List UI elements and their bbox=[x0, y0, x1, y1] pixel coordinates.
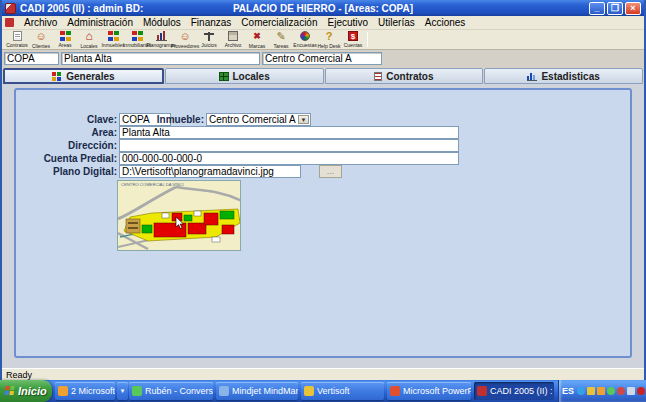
tab-label: Locales bbox=[233, 71, 270, 82]
cuenta-predial-label: Cuenta Predial: bbox=[16, 152, 117, 165]
task-vertisoft-button[interactable]: Vertisoft bbox=[301, 382, 384, 400]
menu-modulos[interactable]: Módulos bbox=[138, 16, 186, 29]
contracts-icon bbox=[13, 31, 22, 41]
taskbar-button-label: Microsoft PowerPoin... bbox=[403, 386, 471, 396]
toolbar-contratos-button[interactable]: Contratos bbox=[5, 30, 29, 49]
quick-fields-bar: COPAPlanta AltaCentro Comercial A bbox=[2, 51, 644, 67]
juicios-icon bbox=[203, 31, 216, 41]
menu-finanzas[interactable]: Finanzas bbox=[186, 16, 237, 29]
direccion-input[interactable] bbox=[119, 139, 459, 152]
area-name-field[interactable]: Planta Alta bbox=[61, 52, 260, 65]
toolbar: ContratosClientesAreasLocalesInmueblesIn… bbox=[2, 30, 644, 50]
toolbar-button-label: Encuestas bbox=[293, 42, 316, 48]
tab-contratos[interactable]: Contratos bbox=[325, 68, 484, 84]
toolbar-areas-button[interactable]: Areas bbox=[53, 30, 77, 49]
areas-icon bbox=[60, 31, 71, 41]
task-vertisoft-icon bbox=[304, 386, 314, 396]
plano-digital-input[interactable]: D:\Vertisoft\planogramadavinci.jpg bbox=[119, 165, 301, 178]
toolbar-planogramas-button[interactable]: Planogramas bbox=[149, 30, 173, 49]
minimize-button[interactable]: _ bbox=[589, 2, 605, 15]
menu-archivo[interactable]: Archivo bbox=[19, 16, 62, 29]
planogramas-icon bbox=[156, 31, 167, 41]
toolbar-help-desk-button[interactable]: Help Desk bbox=[317, 30, 341, 49]
toolbar-button-label: Proveedores bbox=[171, 43, 199, 49]
messenger-icon[interactable] bbox=[577, 387, 585, 395]
area-input[interactable]: Planta Alta bbox=[119, 126, 459, 139]
app-icon[interactable] bbox=[5, 3, 16, 14]
tab-bar: GeneralesLocalesContratosEstadisticas bbox=[2, 67, 644, 84]
task-messenger-button[interactable]: Rubén - Conversación bbox=[129, 382, 213, 400]
toolbar-button-label: Locales bbox=[80, 43, 97, 49]
menu-acciones[interactable]: Acciones bbox=[420, 16, 471, 29]
marcas-icon bbox=[251, 31, 264, 42]
tab-estadisticas[interactable]: Estadisticas bbox=[484, 68, 643, 84]
toolbar-tareas-button[interactable]: Tareas bbox=[269, 30, 293, 49]
taskbar: Inicio 2 Microsoft Office ...▾Rubén - Co… bbox=[0, 380, 646, 402]
menu-comercializacion[interactable]: Comercialización bbox=[236, 16, 322, 29]
tab-locales[interactable]: Locales bbox=[165, 68, 324, 84]
folder-icon[interactable] bbox=[587, 387, 595, 395]
toolbar-cuentas-button[interactable]: Cuentas bbox=[341, 30, 365, 49]
toolbar-button-label: Archivo bbox=[225, 42, 242, 48]
proveedores-icon bbox=[179, 31, 192, 42]
menu-administracion[interactable]: Administración bbox=[62, 16, 138, 29]
floor-plan-image[interactable]: CENTRO COMERCIAL DA VINCI bbox=[117, 180, 241, 251]
toolbar-proveedores-button[interactable]: Proveedores bbox=[173, 30, 197, 49]
window-controls: _ ❐ × bbox=[589, 2, 644, 15]
window-title-left: CADI 2005 (II) : admin BD: bbox=[20, 3, 143, 14]
browse-button[interactable]: ... bbox=[319, 165, 342, 178]
taskbar-button-label: 2 Microsoft Office ... bbox=[71, 386, 115, 396]
estadisticas-tab-icon bbox=[527, 72, 537, 81]
task-office-button[interactable]: 2 Microsoft Office ... bbox=[55, 382, 115, 400]
status-text: Ready bbox=[6, 370, 32, 380]
plano-digital-label: Plano Digital: bbox=[16, 165, 117, 178]
menu-utilerias[interactable]: Utilerías bbox=[373, 16, 420, 29]
toolbar-clientes-button[interactable]: Clientes bbox=[29, 30, 53, 49]
toolbar-locales-button[interactable]: Locales bbox=[77, 30, 101, 49]
plan-title-text: CENTRO COMERCIAL DA VINCI bbox=[121, 182, 184, 187]
restore-button[interactable]: ❐ bbox=[607, 2, 623, 15]
msn-contact-icon[interactable] bbox=[607, 387, 615, 395]
toolbar-encuestas-button[interactable]: Encuestas bbox=[293, 30, 317, 49]
task-mindmanager-button[interactable]: Mindjet MindManag... bbox=[216, 382, 298, 400]
language-indicator[interactable]: ES bbox=[562, 386, 574, 396]
toolbar-button-label: Cuentas bbox=[344, 42, 363, 48]
taskbar-button-label: CADI 2005 (II) : ad... bbox=[490, 386, 554, 396]
task-cadi-button[interactable]: CADI 2005 (II) : ad... bbox=[474, 382, 554, 400]
tab-label: Contratos bbox=[386, 71, 433, 82]
cuenta-predial-input[interactable]: 000-000-00-000-0 bbox=[119, 152, 459, 165]
display-icon[interactable] bbox=[627, 387, 635, 395]
contratos-tab-icon bbox=[374, 72, 382, 81]
tab-generales[interactable]: Generales bbox=[3, 68, 164, 84]
taskbar-button-label: Rubén - Conversación bbox=[145, 386, 213, 396]
alert-icon[interactable] bbox=[617, 387, 625, 395]
area-key-field[interactable]: COPA bbox=[4, 52, 59, 65]
start-button[interactable]: Inicio bbox=[0, 380, 52, 402]
toolbar-button-label: Contratos bbox=[6, 42, 28, 48]
task-powerpoint-icon bbox=[390, 386, 400, 396]
menu-bar: ArchivoAdministraciónMódulosFinanzasCome… bbox=[2, 16, 644, 30]
start-button-label: Inicio bbox=[18, 385, 47, 397]
office-icon[interactable] bbox=[597, 387, 605, 395]
clients-icon bbox=[35, 31, 48, 42]
task-office-icon bbox=[58, 386, 68, 396]
direccion-label: Dirección: bbox=[16, 139, 117, 152]
inmueble-select[interactable]: Centro Comercial A ▼ bbox=[206, 113, 311, 126]
tab-label: Generales bbox=[66, 71, 114, 82]
system-tray: ES 12:33 p.m. bbox=[558, 380, 646, 402]
inmueble-selected-value: Centro Comercial A bbox=[209, 114, 296, 125]
menu-ejecutivo[interactable]: Ejecutivo bbox=[322, 16, 373, 29]
archivo-icon bbox=[228, 31, 238, 41]
task-powerpoint-button[interactable]: Microsoft PowerPoin... bbox=[387, 382, 471, 400]
close-button[interactable]: × bbox=[625, 2, 641, 15]
chevron-down-icon[interactable]: ▼ bbox=[298, 115, 309, 124]
task-office-group-arrow[interactable]: ▾ bbox=[117, 382, 128, 400]
shield-icon[interactable] bbox=[637, 387, 645, 395]
toolbar-inmuebles-button[interactable]: Inmuebles bbox=[101, 30, 125, 49]
child-window-icon[interactable] bbox=[5, 18, 14, 27]
toolbar-archivo-button[interactable]: Archivo bbox=[221, 30, 245, 49]
tab-label: Estadisticas bbox=[541, 71, 599, 82]
building-field[interactable]: Centro Comercial A bbox=[262, 52, 382, 65]
toolbar-juicios-button[interactable]: Juicios bbox=[197, 30, 221, 49]
toolbar-marcas-button[interactable]: Marcas bbox=[245, 30, 269, 49]
